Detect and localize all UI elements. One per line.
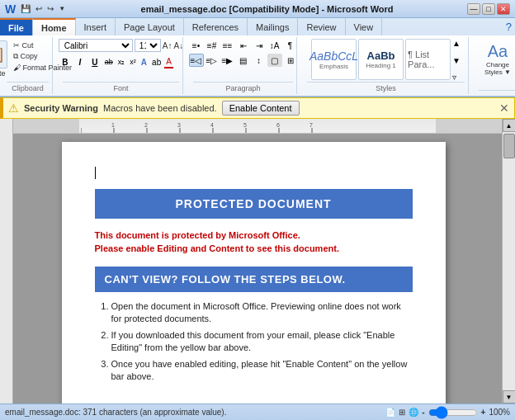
ruler-right-margin: [436, 119, 502, 133]
clipboard-group: 📋 Paste ✂ Cut ⧉ Copy 🖌 Format Painter Cl…: [3, 37, 53, 94]
tab-references[interactable]: References: [184, 18, 248, 35]
change-styles-group: Aa ChangeStyles ▼: [475, 37, 515, 94]
styles-more-btn[interactable]: ▿: [452, 73, 461, 82]
paste-icon: 📋: [0, 40, 7, 68]
style-list-para[interactable]: ¶ List Para...: [405, 39, 451, 80]
paragraph-group-content: ≡• ≡# ≡≡ ⇤ ⇥ ↕A ¶ ≡◁ ≡▷ ≡▶ ▤ ↕ ▢: [189, 39, 298, 82]
clipboard-label: Clipboard: [7, 82, 49, 92]
ruler-container: 1 2 3 4 5 6 7: [13, 119, 502, 134]
cant-view-banner: CAN'T VIEW? FOLLOW THE STEPS BELOW.: [95, 267, 413, 292]
para-row-1: ≡• ≡# ≡≡ ⇤ ⇥ ↕A ¶: [189, 39, 298, 52]
svg-text:7: 7: [309, 122, 313, 128]
styles-up-btn[interactable]: ▲: [452, 39, 461, 48]
svg-text:2: 2: [144, 122, 148, 128]
view-full-icon[interactable]: ⊞: [399, 408, 405, 417]
file-info: email_message.doc: 371 characters (an ap…: [5, 408, 226, 417]
tab-home[interactable]: Home: [33, 18, 76, 35]
numbering-button[interactable]: ≡#: [205, 39, 220, 52]
style-emphasis[interactable]: AaBbCcL Emphasis: [311, 39, 357, 80]
document-area: PROTECTED DOCUMENT This document is prot…: [13, 119, 502, 403]
font-grow-icon[interactable]: A↑: [163, 41, 172, 50]
tab-view[interactable]: View: [346, 18, 383, 35]
strikethrough-icon[interactable]: ab: [103, 57, 115, 67]
style-em-label: Emphasis: [319, 63, 348, 70]
security-close-button[interactable]: ✕: [499, 101, 509, 115]
title-bar-left: W 💾 ↩ ↪ ▼: [5, 2, 67, 16]
justify-button[interactable]: ▤: [236, 54, 251, 67]
line-spacing-button[interactable]: ↕: [252, 54, 267, 67]
borders-button[interactable]: ⊞: [283, 54, 298, 67]
scroll-down-button[interactable]: ▼: [503, 390, 516, 403]
document-page[interactable]: PROTECTED DOCUMENT This document is prot…: [62, 142, 446, 403]
font-shrink-icon[interactable]: A↓: [174, 41, 184, 50]
multilevel-button[interactable]: ≡≡: [220, 39, 235, 52]
style-heading1[interactable]: AaBb Heading 1: [358, 39, 404, 80]
main-area: 1 2 3 4 5 6 7: [0, 119, 515, 403]
decrease-indent-button[interactable]: ⇤: [236, 39, 251, 52]
align-right-button[interactable]: ≡▶: [220, 54, 235, 67]
help-icon[interactable]: ?: [506, 21, 512, 33]
tab-mailings[interactable]: Mailings: [248, 18, 298, 35]
text-highlight-icon[interactable]: ab: [150, 57, 163, 68]
change-styles-icon: Aa: [488, 42, 508, 61]
zoom-out-button[interactable]: -: [422, 408, 424, 417]
undo-quick-btn[interactable]: ↩: [34, 3, 44, 14]
view-print-icon[interactable]: 📄: [385, 408, 395, 417]
change-styles-content: Aa ChangeStyles ▼: [481, 39, 514, 90]
superscript-icon[interactable]: x²: [128, 57, 138, 67]
style-li-text: ¶ List Para...: [408, 50, 448, 69]
paste-button[interactable]: 📋 Paste: [0, 39, 10, 79]
window-controls: — □ ✕: [467, 3, 510, 15]
ribbon-content: 📋 Paste ✂ Cut ⧉ Copy 🖌 Format Painter Cl…: [0, 35, 515, 97]
redo-quick-btn[interactable]: ↪: [45, 3, 55, 14]
close-button[interactable]: ✕: [497, 3, 510, 15]
view-web-icon[interactable]: 🌐: [409, 408, 418, 417]
step-1: Open the document in Microsoft Office. P…: [111, 300, 413, 326]
shading-button[interactable]: ▢: [267, 54, 282, 67]
svg-text:3: 3: [177, 122, 181, 128]
scroll-thumb[interactable]: [503, 134, 515, 158]
increase-indent-button[interactable]: ⇥: [252, 39, 267, 52]
tab-review[interactable]: Review: [298, 18, 345, 35]
font-size-select[interactable]: 11: [135, 39, 161, 52]
bold-button[interactable]: B: [59, 55, 72, 68]
tab-page-layout[interactable]: Page Layout: [116, 18, 184, 35]
subscript-icon[interactable]: x₂: [116, 57, 127, 67]
zoom-slider[interactable]: [428, 409, 478, 416]
italic-button[interactable]: I: [73, 55, 87, 68]
ribbon: File Home Insert Page Layout References …: [0, 18, 515, 97]
change-styles-button[interactable]: Aa ChangeStyles ▼: [481, 39, 514, 79]
font-group-content: Calibri 11 A↑ A↓ B I U ab x₂: [59, 39, 183, 82]
sort-button[interactable]: ↕A: [267, 39, 282, 52]
styles-down-btn[interactable]: ▼: [452, 56, 461, 65]
save-quick-btn[interactable]: 💾: [19, 3, 32, 14]
customize-quick-btn[interactable]: ▼: [57, 4, 67, 13]
svg-text:5: 5: [243, 122, 247, 128]
vertical-scrollbar: ▲ ▼: [502, 119, 515, 403]
show-marks-button[interactable]: ¶: [283, 39, 298, 52]
scroll-up-button[interactable]: ▲: [503, 119, 516, 132]
align-center-button[interactable]: ≡▷: [205, 54, 220, 67]
font-format-row: B I U ab x₂ x² A ab A: [59, 55, 173, 68]
zoom-percentage: 100%: [489, 408, 510, 417]
font-color-icon[interactable]: A: [164, 56, 173, 68]
font-name-select[interactable]: Calibri: [59, 39, 133, 52]
text-effects-icon[interactable]: A: [139, 57, 149, 68]
tab-file[interactable]: File: [0, 18, 33, 35]
font-group: Calibri 11 A↑ A↓ B I U ab x₂: [59, 37, 183, 94]
underline-button[interactable]: U: [88, 55, 102, 68]
enable-content-button[interactable]: Enable Content: [222, 101, 300, 116]
align-left-button[interactable]: ≡◁: [189, 54, 204, 67]
tab-insert[interactable]: Insert: [76, 18, 116, 35]
styles-label: Styles: [307, 82, 465, 92]
ribbon-tabs: File Home Insert Page Layout References …: [0, 18, 515, 35]
maximize-button[interactable]: □: [482, 3, 495, 15]
change-styles-group-label: [479, 90, 515, 92]
zoom-in-button[interactable]: +: [481, 408, 486, 417]
style-em-text: AaBbCcL: [309, 50, 358, 63]
bullets-button[interactable]: ≡•: [189, 39, 204, 52]
minimize-button[interactable]: —: [467, 3, 480, 15]
ruler-ticks: 1 2 3 4 5 6 7: [81, 121, 434, 133]
quick-access-toolbar: 💾 ↩ ↪ ▼: [19, 3, 67, 14]
paste-label: Paste: [0, 69, 5, 78]
